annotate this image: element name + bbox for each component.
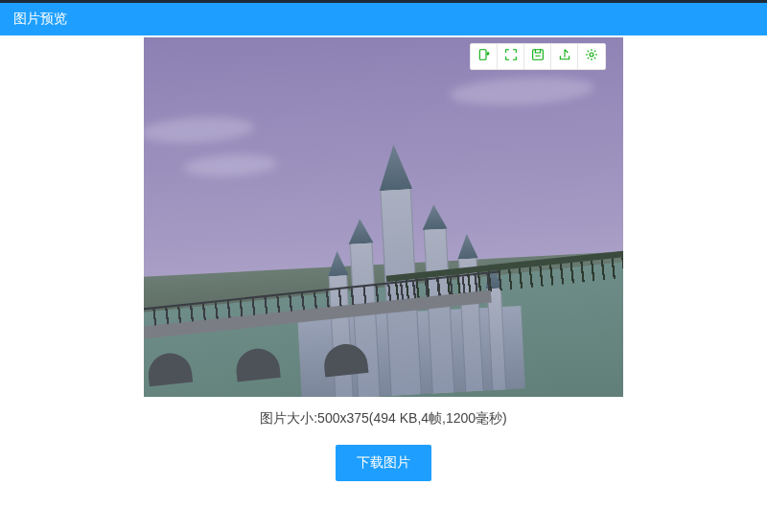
rotate-button[interactable] — [471, 44, 498, 69]
share-button[interactable] — [551, 44, 578, 69]
rotate-icon — [476, 47, 492, 66]
settings-button[interactable] — [578, 44, 605, 69]
svg-rect-0 — [479, 50, 486, 60]
preview-image[interactable] — [144, 37, 623, 397]
header-bar: 图片预览 — [0, 3, 767, 35]
svg-point-2 — [590, 53, 593, 57]
image-toolbar — [470, 43, 606, 70]
gear-icon — [584, 47, 599, 66]
fullscreen-button[interactable] — [498, 44, 524, 69]
svg-rect-1 — [532, 50, 543, 60]
preview-wrap: 图片大小:500x375(494 KB,4帧,1200毫秒) 下载图片 — [0, 35, 767, 481]
image-info-text: 图片大小:500x375(494 KB,4帧,1200毫秒) — [260, 410, 507, 428]
fullscreen-icon — [503, 47, 519, 66]
save-icon — [530, 47, 546, 66]
image-content — [144, 37, 623, 397]
share-icon — [557, 47, 572, 66]
main-content: 图片大小:500x375(494 KB,4帧,1200毫秒) 下载图片 — [0, 35, 767, 481]
download-button[interactable]: 下载图片 — [336, 445, 431, 481]
page-title: 图片预览 — [13, 11, 67, 26]
save-button[interactable] — [524, 44, 551, 69]
